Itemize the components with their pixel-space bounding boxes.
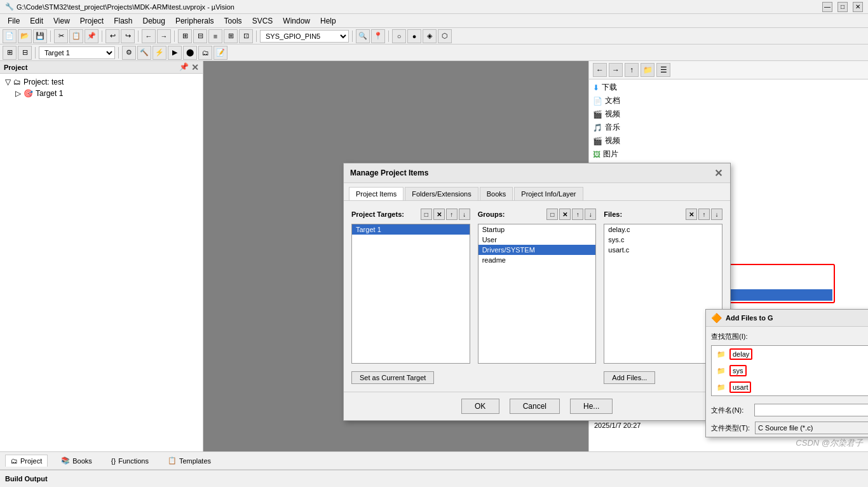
manage2-btn[interactable]: 📝 [214, 46, 227, 60]
tree-root[interactable]: ▽ 🗂 Project: test [3, 76, 200, 88]
menu-svcs[interactable]: SVCS [247, 15, 278, 27]
exp-videos2[interactable]: 🎬 视频 [590, 134, 867, 147]
file-delay-c[interactable]: delay.c [604, 224, 722, 235]
tab-templates[interactable]: 📋 Templates [162, 454, 217, 467]
btn5[interactable]: ⊞ [178, 29, 192, 43]
paste-btn[interactable]: 📌 [85, 29, 98, 43]
files-list[interactable]: delay.c sys.c usart.c [604, 224, 722, 364]
nav-fwd[interactable]: → [157, 29, 171, 43]
open-btn[interactable]: 📂 [18, 29, 32, 43]
maximize-button[interactable]: □ [837, 2, 848, 12]
dialog-tab-folders[interactable]: Folders/Extensions [405, 187, 478, 200]
flash-btn[interactable]: ⚡ [153, 46, 166, 60]
redo-btn[interactable]: ↪ [121, 29, 135, 43]
groups-down-btn[interactable]: ↓ [585, 209, 596, 220]
circle2-btn[interactable]: ● [407, 29, 421, 43]
tab-functions[interactable]: {} Functions [105, 455, 154, 467]
exp-back-btn[interactable]: ← [593, 63, 607, 77]
menu-project[interactable]: Project [75, 15, 109, 27]
group-readme[interactable]: readme [478, 255, 596, 265]
exp-videos[interactable]: 🎬 视频 [590, 107, 867, 121]
exp-view-btn[interactable]: ☰ [656, 63, 670, 77]
menu-tools[interactable]: Tools [219, 15, 247, 27]
menu-peripherals[interactable]: Peripherals [170, 15, 219, 27]
filetype-select[interactable]: C Source file (*.c) [755, 422, 868, 434]
panel-pin[interactable]: 📌 [179, 62, 189, 72]
build-btn[interactable]: 🔨 [137, 46, 151, 60]
menu-window[interactable]: Window [278, 15, 315, 27]
targets-up-btn[interactable]: ↑ [446, 209, 458, 220]
help-btn[interactable]: He... [570, 399, 613, 414]
menu-help[interactable]: Help [315, 15, 341, 27]
exp-up-btn[interactable]: ↑ [625, 63, 639, 77]
folder-sys[interactable]: 📁 sys [712, 362, 868, 379]
copy-btn[interactable]: 📋 [69, 29, 83, 43]
hex-btn[interactable]: ⬡ [438, 29, 452, 43]
tab-books[interactable]: 📚 Books [55, 454, 98, 467]
exp-fwd-btn[interactable]: → [609, 63, 623, 77]
files-up-btn[interactable]: ↑ [698, 209, 710, 220]
groups-list[interactable]: Startup User Drivers/SYSTEM readme [478, 224, 597, 364]
targets-add-btn[interactable]: □ [421, 209, 432, 220]
exp-music[interactable]: 🎵 音乐 [590, 121, 867, 134]
exp-documents[interactable]: 📄 文档 [590, 94, 867, 107]
group-drivers-system[interactable]: Drivers/SYSTEM [478, 245, 596, 255]
targets-del-btn[interactable]: ✕ [433, 209, 445, 220]
file-usart-c[interactable]: usart.c [604, 245, 722, 255]
minimize-button[interactable]: — [822, 2, 832, 12]
group-startup[interactable]: Startup [478, 224, 596, 235]
stop-btn[interactable]: ⬤ [183, 46, 197, 60]
add-files-btn[interactable]: Add Files... [604, 371, 655, 384]
btn6[interactable]: ⊟ [193, 29, 207, 43]
folder-usart[interactable]: 📁 usart [712, 379, 868, 395]
groups-del-btn[interactable]: ✕ [559, 209, 571, 220]
manage-btn[interactable]: 🗂 [198, 46, 212, 60]
tb2-btn2[interactable]: ⊟ [18, 46, 32, 60]
btn7[interactable]: ≡ [208, 29, 222, 43]
settings-btn[interactable]: ⚙ [122, 46, 136, 60]
save-btn[interactable]: 💾 [33, 29, 47, 43]
menu-flash[interactable]: Flash [109, 15, 137, 27]
target-dropdown[interactable]: Target 1 [39, 46, 115, 59]
set-current-target-btn[interactable]: Set as Current Target [351, 371, 434, 384]
circle-btn[interactable]: ○ [392, 29, 406, 43]
new-btn[interactable]: 📄 [3, 29, 17, 43]
exp-pictures[interactable]: 🖼 图片 [590, 147, 867, 161]
groups-add-btn[interactable]: □ [546, 209, 558, 220]
symbol-dropdown[interactable]: SYS_GPIO_PIN5 [260, 30, 349, 43]
panel-close-btn[interactable]: ✕ [191, 62, 199, 72]
exp-downloads[interactable]: ⬇ 下载 [590, 81, 867, 94]
files-del-btn[interactable]: ✕ [686, 209, 697, 220]
files-down-btn[interactable]: ↓ [711, 209, 722, 220]
tb2-btn1[interactable]: ⊞ [3, 46, 17, 60]
menu-debug[interactable]: Debug [138, 15, 170, 27]
dialog-tab-project-items[interactable]: Project Items [349, 187, 403, 200]
file-sys-c[interactable]: sys.c [604, 235, 722, 245]
filename-input[interactable] [754, 404, 868, 416]
targets-list[interactable]: Target 1 [351, 224, 470, 364]
undo-btn[interactable]: ↩ [105, 29, 119, 43]
close-button[interactable]: ✕ [853, 2, 863, 12]
btn8[interactable]: ⊞ [224, 29, 238, 43]
groups-up-btn[interactable]: ↑ [572, 209, 583, 220]
target-item-1[interactable]: Target 1 [352, 224, 470, 235]
tree-target[interactable]: ▷ 🎯 Target 1 [3, 88, 200, 99]
exp-new-folder-btn[interactable]: 📁 [641, 63, 654, 77]
nav-back[interactable]: ← [142, 29, 156, 43]
cut-btn[interactable]: ✂ [54, 29, 68, 43]
run-btn[interactable]: ▶ [168, 46, 182, 60]
menu-view[interactable]: View [48, 15, 75, 27]
dialog-tab-books[interactable]: Books [480, 187, 513, 200]
cancel-btn[interactable]: Cancel [510, 399, 560, 414]
btn9[interactable]: ⊡ [239, 29, 253, 43]
search-btn[interactable]: 🔍 [356, 29, 370, 43]
menu-edit[interactable]: Edit [25, 15, 48, 27]
folder-delay[interactable]: 📁 delay [712, 346, 868, 362]
targets-down-btn[interactable]: ↓ [459, 209, 470, 220]
tab-project[interactable]: 🗂 Project [5, 455, 48, 467]
dialog-tab-info[interactable]: Project Info/Layer [514, 187, 583, 200]
group-user[interactable]: User [478, 235, 596, 245]
dialog-close-btn[interactable]: ✕ [712, 167, 724, 179]
pin-btn[interactable]: 📍 [371, 29, 385, 43]
ok-btn[interactable]: OK [461, 399, 499, 414]
